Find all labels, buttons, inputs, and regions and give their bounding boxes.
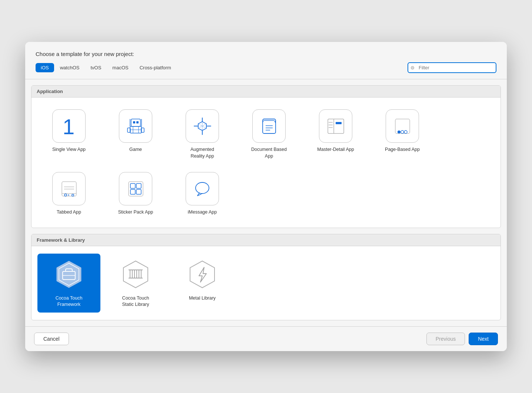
svg-rect-20 [263, 119, 276, 133]
template-tabbed-app[interactable]: Tabbed App [37, 168, 100, 220]
single-view-icon: 1 [52, 109, 86, 143]
filter-input[interactable] [408, 62, 496, 73]
cocoa-touch-framework-label: Cocoa TouchFramework [56, 295, 83, 308]
template-single-view-app[interactable]: 1 Single View App [37, 105, 100, 164]
framework-library-section-header: Framework & Library [31, 234, 501, 246]
svg-rect-26 [336, 122, 342, 124]
dialog-title: Choose a template for your new project: [36, 51, 496, 57]
new-project-dialog: Choose a template for your new project: … [25, 42, 507, 351]
svg-rect-24 [328, 119, 344, 133]
game-label: Game [129, 146, 142, 153]
dialog-footer: Cancel Previous Next [25, 326, 507, 351]
single-view-app-label: Single View App [52, 146, 86, 153]
template-cocoa-touch-framework[interactable]: Cocoa TouchFramework [37, 254, 100, 313]
sticker-pack-icon [119, 172, 152, 205]
imessage-app-label: iMessage App [188, 209, 217, 216]
template-imessage-app[interactable]: iMessage App [171, 168, 234, 220]
application-section: Application 1 Single View App [31, 85, 501, 228]
template-document-based-app[interactable]: Document BasedApp [237, 105, 300, 164]
platform-tab-group: iOS watchOS tvOS macOS Cross-platform [36, 63, 176, 72]
svg-rect-46 [136, 189, 141, 194]
tabbed-icon [52, 172, 86, 205]
tab-ios[interactable]: iOS [36, 63, 54, 72]
application-section-header: Application [31, 86, 501, 98]
document-based-app-label: Document BasedApp [251, 146, 287, 159]
svg-rect-55 [139, 270, 141, 278]
svg-marker-52 [123, 261, 148, 288]
svg-rect-44 [136, 184, 141, 188]
dialog-header: Choose a template for your new project: … [25, 42, 507, 79]
template-metal-library[interactable]: Metal Library [171, 254, 234, 313]
svg-point-32 [401, 131, 404, 133]
template-sticker-pack-app[interactable]: Sticker Pack App [104, 168, 167, 220]
svg-point-33 [404, 131, 407, 133]
sticker-pack-app-label: Sticker Pack App [118, 209, 153, 216]
svg-marker-48 [57, 261, 81, 288]
game-icon [119, 109, 152, 143]
cocoa-touch-static-library-label: Cocoa TouchStatic Library [122, 295, 149, 308]
svg-rect-53 [130, 270, 132, 278]
filter-icon: ⊜ [410, 65, 415, 70]
tab-crossplatform[interactable]: Cross-platform [134, 63, 176, 72]
footer-right-buttons: Previous Next [426, 333, 498, 345]
metal-library-label: Metal Library [189, 295, 216, 302]
content-area: Application 1 Single View App [25, 79, 507, 326]
svg-text:1: 1 [63, 115, 74, 137]
svg-point-36 [64, 194, 67, 196]
svg-point-47 [196, 182, 209, 194]
svg-rect-30 [395, 119, 410, 133]
toolbar: iOS watchOS tvOS macOS Cross-platform ⊜ [36, 62, 496, 73]
next-button[interactable]: Next [469, 333, 498, 345]
svg-rect-2 [133, 121, 135, 123]
svg-rect-3 [136, 121, 139, 123]
template-game[interactable]: Game [104, 105, 167, 164]
framework-library-section: Framework & Library Cocoa T [31, 234, 501, 320]
tab-macos[interactable]: macOS [107, 63, 133, 72]
page-based-app-label: Page-Based App [385, 146, 420, 153]
tab-watchos[interactable]: watchOS [55, 63, 85, 72]
filter-wrapper: ⊜ [408, 62, 496, 73]
ar-app-label: AugmentedReality App [190, 146, 214, 159]
document-based-icon [252, 109, 286, 143]
page-based-icon [386, 109, 419, 143]
template-page-based-app[interactable]: Page-Based App [371, 105, 434, 164]
tab-tvos[interactable]: tvOS [85, 63, 106, 72]
svg-rect-43 [130, 184, 135, 188]
svg-marker-58 [190, 261, 215, 288]
svg-rect-39 [72, 194, 74, 196]
template-cocoa-touch-static-library[interactable]: Cocoa TouchStatic Library [104, 254, 167, 313]
svg-rect-45 [130, 189, 135, 194]
imessage-icon [186, 172, 219, 205]
svg-point-31 [398, 131, 400, 133]
tabbed-app-label: Tabbed App [57, 209, 81, 216]
metal-library-icon [186, 258, 219, 291]
cocoa-touch-static-library-icon [119, 258, 152, 291]
cocoa-touch-framework-icon [52, 258, 86, 291]
svg-rect-54 [134, 270, 137, 278]
svg-rect-1 [131, 119, 140, 126]
master-detail-icon [319, 109, 352, 143]
cancel-button[interactable]: Cancel [34, 333, 69, 345]
template-master-detail-app[interactable]: Master-Detail App [304, 105, 367, 164]
ar-icon [186, 109, 219, 143]
framework-template-grid: Cocoa TouchFramework [31, 246, 501, 320]
template-ar-app[interactable]: AugmentedReality App [171, 105, 234, 164]
master-detail-app-label: Master-Detail App [317, 146, 354, 153]
application-template-grid: 1 Single View App [31, 98, 501, 228]
previous-button[interactable]: Previous [426, 333, 465, 345]
